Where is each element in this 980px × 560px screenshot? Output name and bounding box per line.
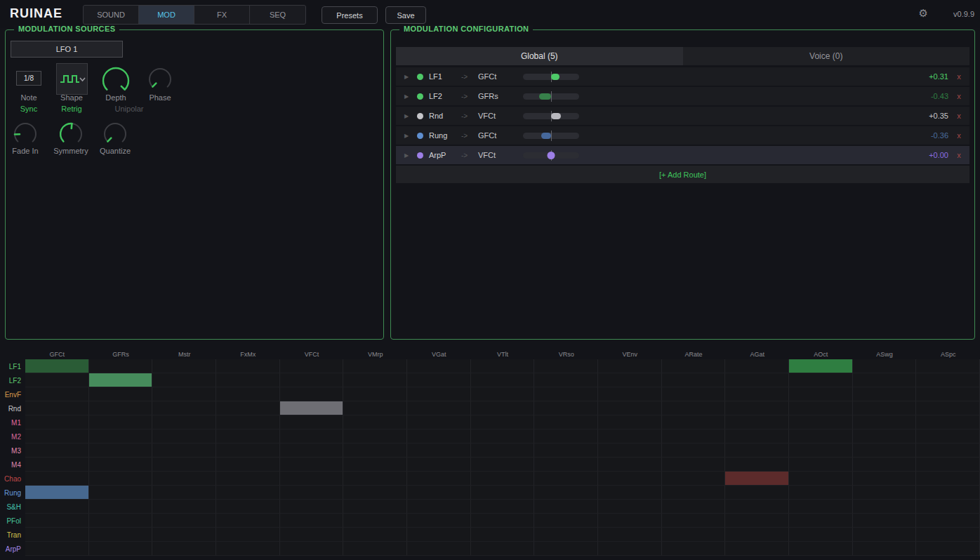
matrix-cell-tran-vrso[interactable] bbox=[534, 528, 598, 542]
presets-button[interactable]: Presets bbox=[322, 6, 378, 24]
matrix-cell-m2-venv[interactable] bbox=[598, 429, 662, 444]
matrix-cell-m3-agat[interactable] bbox=[725, 444, 789, 458]
matrix-cell-lf2-vfct[interactable] bbox=[280, 373, 344, 387]
matrix-cell-m2-arate[interactable] bbox=[662, 429, 726, 444]
matrix-cell-m1-vgat[interactable] bbox=[407, 415, 471, 429]
matrix-cell-chao-vgat[interactable] bbox=[407, 472, 471, 486]
matrix-cell-m3-vrso[interactable] bbox=[534, 444, 598, 458]
matrix-cell-rnd-venv[interactable] bbox=[598, 401, 662, 415]
route-remove-button[interactable]: x bbox=[948, 72, 969, 81]
matrix-cell-envf-aspc[interactable] bbox=[916, 387, 980, 401]
matrix-cell-m4-gfrs[interactable] bbox=[89, 458, 153, 472]
matrix-cell-m2-aspc[interactable] bbox=[916, 429, 980, 444]
matrix-cell-rung-vgat[interactable] bbox=[407, 486, 471, 500]
route-expander-icon[interactable]: ▶ bbox=[402, 93, 411, 100]
quantize-knob[interactable] bbox=[102, 121, 128, 150]
matrix-cell-lf1-aoct[interactable] bbox=[789, 359, 853, 373]
matrix-cell-envf-aoct[interactable] bbox=[789, 387, 853, 401]
matrix-cell-lf1-agat[interactable] bbox=[725, 359, 789, 373]
matrix-cell-chao-aspc[interactable] bbox=[916, 472, 980, 486]
matrix-cell-arpp-vmrp[interactable] bbox=[343, 542, 407, 556]
matrix-cell-arpp-fxmx[interactable] bbox=[216, 542, 280, 556]
matrix-cell-m2-vfct[interactable] bbox=[280, 429, 344, 444]
depth-sub-toggle[interactable]: Unipolar bbox=[115, 105, 144, 113]
matrix-cell-arpp-vgat[interactable] bbox=[407, 542, 471, 556]
save-button[interactable]: Save bbox=[385, 6, 426, 24]
note-value-box[interactable]: 1/8 bbox=[16, 71, 41, 86]
matrix-cell-arpp-vfct[interactable] bbox=[280, 542, 344, 556]
matrix-cell-m3-aoct[interactable] bbox=[789, 444, 853, 458]
matrix-cell-envf-vfct[interactable] bbox=[280, 387, 344, 401]
matrix-cell-lf2-agat[interactable] bbox=[725, 373, 789, 387]
matrix-cell-lf2-aspc[interactable] bbox=[916, 373, 980, 387]
matrix-cell-sh-aoct[interactable] bbox=[789, 500, 853, 514]
matrix-cell-arpp-agat[interactable] bbox=[725, 542, 789, 556]
route-amount-slider[interactable] bbox=[523, 93, 579, 100]
fade_in-knob[interactable] bbox=[12, 121, 39, 150]
matrix-cell-sh-vmrp[interactable] bbox=[343, 500, 407, 514]
matrix-cell-tran-vgat[interactable] bbox=[407, 528, 471, 542]
matrix-cell-m4-aspc[interactable] bbox=[916, 458, 980, 472]
matrix-cell-rnd-mstr[interactable] bbox=[152, 401, 216, 415]
matrix-cell-chao-vrso[interactable] bbox=[534, 472, 598, 486]
matrix-cell-m3-mstr[interactable] bbox=[152, 444, 216, 458]
matrix-cell-rung-gfct[interactable] bbox=[25, 486, 89, 500]
matrix-cell-arpp-vrso[interactable] bbox=[534, 542, 598, 556]
matrix-cell-rung-venv[interactable] bbox=[598, 486, 662, 500]
matrix-cell-m3-vmrp[interactable] bbox=[343, 444, 407, 458]
matrix-cell-m3-vgat[interactable] bbox=[407, 444, 471, 458]
matrix-cell-rung-vmrp[interactable] bbox=[343, 486, 407, 500]
matrix-cell-envf-fxmx[interactable] bbox=[216, 387, 280, 401]
matrix-cell-chao-agat[interactable] bbox=[725, 472, 789, 486]
matrix-cell-lf1-vtlt[interactable] bbox=[471, 359, 535, 373]
matrix-cell-m4-vrso[interactable] bbox=[534, 458, 598, 472]
matrix-cell-pfol-fxmx[interactable] bbox=[216, 514, 280, 528]
matrix-cell-chao-aswg[interactable] bbox=[853, 472, 917, 486]
matrix-cell-m1-venv[interactable] bbox=[598, 415, 662, 429]
sync-toggle[interactable]: Sync bbox=[20, 105, 37, 113]
matrix-cell-m2-gfrs[interactable] bbox=[89, 429, 153, 444]
matrix-cell-sh-vrso[interactable] bbox=[534, 500, 598, 514]
matrix-cell-lf1-fxmx[interactable] bbox=[216, 359, 280, 373]
matrix-cell-sh-vgat[interactable] bbox=[407, 500, 471, 514]
matrix-cell-pfol-aswg[interactable] bbox=[853, 514, 917, 528]
matrix-cell-m4-venv[interactable] bbox=[598, 458, 662, 472]
matrix-cell-m1-gfrs[interactable] bbox=[89, 415, 153, 429]
matrix-cell-chao-venv[interactable] bbox=[598, 472, 662, 486]
matrix-cell-rung-fxmx[interactable] bbox=[216, 486, 280, 500]
matrix-cell-lf1-aswg[interactable] bbox=[853, 359, 917, 373]
matrix-cell-lf1-arate[interactable] bbox=[662, 359, 726, 373]
route-expander-icon[interactable]: ▶ bbox=[402, 152, 411, 159]
matrix-cell-rung-arate[interactable] bbox=[662, 486, 726, 500]
matrix-cell-rnd-gfrs[interactable] bbox=[89, 401, 153, 415]
matrix-cell-tran-venv[interactable] bbox=[598, 528, 662, 542]
matrix-cell-chao-gfrs[interactable] bbox=[89, 472, 153, 486]
matrix-cell-m4-vtlt[interactable] bbox=[471, 458, 535, 472]
matrix-cell-rnd-arate[interactable] bbox=[662, 401, 726, 415]
matrix-cell-rnd-agat[interactable] bbox=[725, 401, 789, 415]
route-expander-icon[interactable]: ▶ bbox=[402, 74, 411, 80]
matrix-cell-rung-aspc[interactable] bbox=[916, 486, 980, 500]
matrix-cell-rung-vrso[interactable] bbox=[534, 486, 598, 500]
route-remove-button[interactable]: x bbox=[948, 131, 969, 140]
matrix-cell-rnd-fxmx[interactable] bbox=[216, 401, 280, 415]
route-amount-slider[interactable] bbox=[523, 133, 579, 139]
matrix-cell-pfol-gfct[interactable] bbox=[25, 514, 89, 528]
matrix-cell-m3-gfrs[interactable] bbox=[89, 444, 153, 458]
matrix-cell-envf-venv[interactable] bbox=[598, 387, 662, 401]
matrix-cell-chao-mstr[interactable] bbox=[152, 472, 216, 486]
main-tab-sound[interactable]: SOUND bbox=[84, 6, 139, 24]
symmetry-knob[interactable] bbox=[58, 121, 84, 150]
matrix-cell-m2-mstr[interactable] bbox=[152, 429, 216, 444]
matrix-cell-lf2-gfct[interactable] bbox=[25, 373, 89, 387]
matrix-cell-m1-mstr[interactable] bbox=[152, 415, 216, 429]
main-tab-mod[interactable]: MOD bbox=[139, 6, 194, 24]
matrix-cell-tran-mstr[interactable] bbox=[152, 528, 216, 542]
matrix-cell-lf2-venv[interactable] bbox=[598, 373, 662, 387]
matrix-cell-m1-vfct[interactable] bbox=[280, 415, 344, 429]
matrix-cell-tran-aoct[interactable] bbox=[789, 528, 853, 542]
matrix-cell-pfol-vmrp[interactable] bbox=[343, 514, 407, 528]
matrix-cell-rnd-aoct[interactable] bbox=[789, 401, 853, 415]
matrix-cell-chao-vmrp[interactable] bbox=[343, 472, 407, 486]
matrix-cell-sh-gfrs[interactable] bbox=[89, 500, 153, 514]
